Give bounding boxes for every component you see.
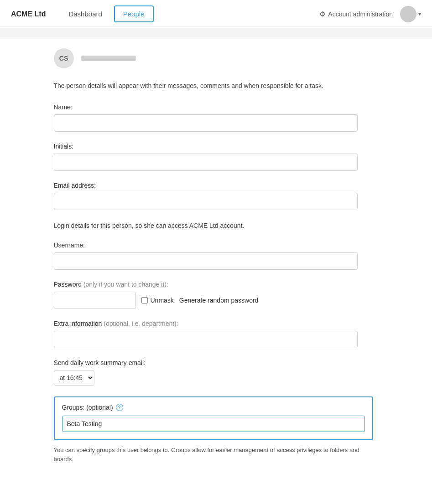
username-label: Username: [54, 242, 379, 249]
username-field-group: Username: [54, 242, 379, 270]
summary-email-group: Send daily work summary email: Never at … [54, 359, 379, 386]
extra-info-field-group: Extra information (optional, i.e. depart… [54, 320, 379, 348]
person-name-placeholder [81, 56, 136, 61]
avatar [400, 6, 416, 22]
name-input[interactable] [54, 114, 358, 132]
nav-dashboard[interactable]: Dashboard [60, 6, 110, 21]
brand-name[interactable]: ACME Ltd [11, 10, 46, 18]
password-field-group: Password (only if you want to change it)… [54, 281, 379, 309]
groups-section: Groups: (optional) ? [54, 396, 373, 440]
nav-right: ⚙ Account administration ▾ [319, 6, 421, 22]
password-input[interactable] [54, 292, 136, 309]
time-select[interactable]: Never at 08:00 at 09:00 at 12:00 at 16:4… [54, 370, 94, 386]
initials-badge: CS [54, 48, 74, 68]
name-label: Name: [54, 103, 379, 111]
email-input[interactable] [54, 193, 358, 210]
groups-input[interactable] [62, 416, 365, 432]
person-description: The person details will appear with thei… [54, 81, 379, 91]
groups-label-row: Groups: (optional) ? [62, 404, 365, 411]
extra-info-label: Extra information (optional, i.e. depart… [54, 320, 379, 327]
generate-random-password-link[interactable]: Generate random password [179, 297, 259, 304]
unmask-group: Unmask [141, 297, 174, 304]
nav-people[interactable]: People [114, 5, 154, 22]
account-admin-label: Account administration [328, 10, 393, 18]
main-content: CS The person details will appear with t… [43, 37, 390, 485]
extra-info-input[interactable] [54, 331, 358, 348]
unmask-label[interactable]: Unmask [151, 297, 174, 304]
initials-input[interactable] [54, 154, 358, 171]
main-header: ACME Ltd Dashboard People ⚙ Account admi… [0, 0, 432, 28]
username-input[interactable] [54, 252, 358, 270]
main-nav: Dashboard People [60, 5, 319, 22]
initials-field-group: Initials: [54, 143, 379, 171]
groups-hint: You can specify groups this user belongs… [54, 446, 373, 463]
login-section-text: Login details for this person, so she ca… [54, 221, 379, 231]
email-field-group: Email address: [54, 182, 379, 210]
email-label: Email address: [54, 182, 379, 189]
summary-email-label: Send daily work summary email: [54, 359, 379, 366]
password-row: Unmask Generate random password [54, 292, 379, 309]
extra-info-note: (optional, i.e. department): [104, 320, 178, 327]
password-label: Password (only if you want to change it)… [54, 281, 379, 288]
groups-label-text: Groups: (optional) [62, 404, 113, 411]
person-header: CS [54, 48, 379, 68]
user-menu[interactable]: ▾ [400, 6, 421, 22]
help-icon[interactable]: ? [116, 404, 123, 411]
initials-label: Initials: [54, 143, 379, 150]
gear-icon: ⚙ [319, 10, 325, 18]
unmask-checkbox[interactable] [141, 297, 148, 303]
chevron-down-icon: ▾ [418, 11, 421, 17]
subheader-bar [0, 28, 432, 37]
password-note: (only if you want to change it): [83, 281, 168, 288]
account-admin-link[interactable]: ⚙ Account administration [319, 10, 393, 18]
name-field-group: Name: [54, 103, 379, 132]
